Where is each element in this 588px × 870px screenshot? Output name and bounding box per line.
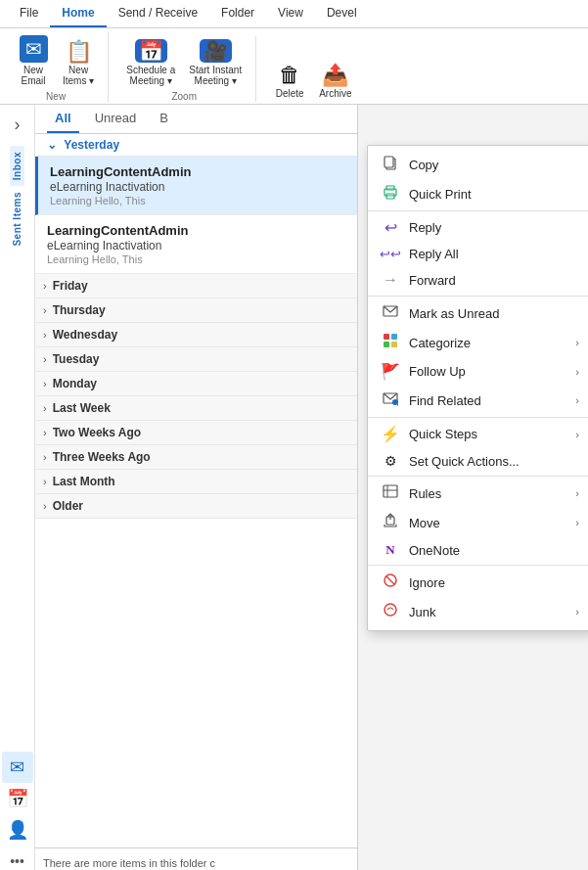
tab-b[interactable]: B — [152, 105, 176, 133]
tab-folder[interactable]: Folder — [209, 0, 266, 27]
onenote-label: OneNote — [409, 543, 579, 558]
nav-people-icon[interactable]: 👤 — [2, 814, 33, 846]
find-related-icon — [380, 390, 401, 410]
yesterday-collapse-icon[interactable]: ⌄ — [47, 138, 57, 152]
label-thursday: Thursday — [53, 303, 106, 317]
menu-item-mark-unread[interactable]: Mark as Unread — [368, 298, 588, 328]
copy-label: Copy — [409, 158, 579, 172]
svg-rect-1 — [384, 157, 393, 167]
bottom-bar: There are more items in this folder c — [35, 847, 357, 870]
forward-icon: → — [380, 271, 401, 289]
svg-line-19 — [386, 576, 394, 584]
label-two-weeks-ago: Two Weeks Ago — [53, 426, 141, 439]
menu-item-onenote[interactable]: N OneNote — [368, 537, 588, 563]
nav-more-icon[interactable]: ••• — [2, 846, 33, 870]
sidebar-tabs: All Unread B — [35, 105, 357, 134]
day-group-monday[interactable]: › Monday — [35, 372, 357, 396]
schedule-meeting-label: Schedule aMeeting ▾ — [126, 65, 175, 86]
day-group-tuesday[interactable]: › Tuesday — [35, 347, 357, 372]
day-group-older[interactable]: › Older — [35, 494, 357, 519]
categorize-arrow: › — [575, 337, 579, 348]
ignore-icon — [380, 572, 401, 592]
delete-button[interactable]: 🗑 Delete — [268, 62, 311, 102]
email-item-1[interactable]: LearningContentAdmin eLearning Inactivat… — [35, 157, 357, 215]
inbox-folder-label[interactable]: Inbox — [10, 146, 24, 186]
label-friday: Friday — [53, 279, 88, 293]
ribbon-action-buttons: 🗑 Delete 📤 Archive — [268, 62, 357, 102]
tab-file[interactable]: File — [8, 0, 50, 27]
nav-calendar-icon[interactable]: 📅 — [2, 783, 33, 814]
menu-item-categorize[interactable]: Categorize › — [368, 328, 588, 357]
archive-label: Archive — [319, 88, 351, 99]
day-group-wednesday[interactable]: › Wednesday — [35, 323, 357, 347]
junk-label: Junk — [409, 605, 571, 619]
mark-unread-label: Mark as Unread — [409, 306, 579, 321]
quick-steps-arrow: › — [575, 429, 579, 440]
sent-items-folder-label[interactable]: Sent Items — [10, 186, 24, 252]
tab-home[interactable]: Home — [50, 0, 106, 27]
svg-rect-9 — [391, 342, 397, 347]
day-group-three-weeks-ago[interactable]: › Three Weeks Ago — [35, 445, 357, 470]
day-group-friday[interactable]: › Friday — [35, 274, 357, 298]
tab-all[interactable]: All — [47, 105, 79, 133]
ribbon-tab-bar: File Home Send / Receive Folder View Dev… — [0, 0, 588, 28]
instant-meeting-button[interactable]: 🎥 Start InstantMeeting ▾ — [183, 36, 248, 89]
rules-label: Rules — [409, 486, 571, 501]
menu-item-ignore[interactable]: Ignore — [368, 568, 588, 597]
ribbon-buttons: ✉ NewEmail 📋 NewItems ▾ New 📅 Schedule a… — [0, 28, 588, 104]
tab-send-receive[interactable]: Send / Receive — [107, 0, 209, 27]
copy-icon — [380, 155, 401, 174]
new-items-button[interactable]: 📋 NewItems ▾ — [57, 38, 100, 89]
email-item-2[interactable]: LearningContentAdmin eLearning Inactivat… — [35, 215, 357, 274]
label-three-weeks-ago: Three Weeks Ago — [53, 450, 151, 464]
tab-view[interactable]: View — [266, 0, 315, 27]
left-nav: › Inbox Sent Items ✉ 📅 👤 ••• — [0, 105, 35, 870]
email-preview-2: Learning Hello, This — [47, 253, 345, 265]
nav-mail-icon[interactable]: ✉ — [2, 752, 33, 783]
quick-steps-label: Quick Steps — [409, 427, 571, 441]
day-group-last-month[interactable]: › Last Month — [35, 470, 357, 494]
menu-item-copy[interactable]: Copy — [368, 150, 588, 179]
delete-icon: 🗑 — [279, 65, 300, 86]
menu-item-quick-steps[interactable]: ⚡ Quick Steps › — [368, 420, 588, 448]
reply-label: Reply — [409, 220, 579, 235]
ribbon: File Home Send / Receive Folder View Dev… — [0, 0, 588, 105]
schedule-meeting-button[interactable]: 📅 Schedule aMeeting ▾ — [120, 36, 181, 89]
set-quick-actions-icon: ⚙ — [380, 453, 401, 469]
ribbon-group-zoom-label: Zoom — [171, 91, 197, 102]
archive-button[interactable]: 📤 Archive — [313, 62, 357, 102]
ignore-label: Ignore — [409, 575, 579, 590]
arrow-thursday: › — [43, 304, 47, 316]
arrow-tuesday: › — [43, 353, 47, 365]
delete-label: Delete — [276, 88, 304, 99]
nav-expand[interactable]: › — [2, 109, 33, 140]
arrow-two-weeks-ago: › — [43, 427, 47, 438]
day-group-thursday[interactable]: › Thursday — [35, 298, 357, 323]
menu-item-quick-print[interactable]: Quick Print — [368, 179, 588, 208]
junk-icon — [380, 602, 401, 621]
menu-item-follow-up[interactable]: 🚩 Follow Up › — [368, 357, 588, 386]
menu-divider-4 — [368, 476, 588, 477]
new-email-icon: ✉ — [20, 35, 48, 63]
ribbon-group-new-label: New — [46, 91, 66, 102]
follow-up-arrow: › — [575, 366, 579, 378]
ribbon-group-new: ✉ NewEmail 📋 NewItems ▾ New — [8, 32, 109, 102]
categorize-label: Categorize — [409, 336, 571, 350]
day-group-two-weeks-ago[interactable]: › Two Weeks Ago — [35, 421, 357, 445]
day-group-last-week[interactable]: › Last Week — [35, 396, 357, 421]
menu-item-set-quick-actions[interactable]: ⚙ Set Quick Actions... — [368, 448, 588, 474]
menu-item-move[interactable]: Move › — [368, 508, 588, 537]
new-email-button[interactable]: ✉ NewEmail — [12, 32, 55, 89]
tab-devel[interactable]: Devel — [315, 0, 369, 27]
menu-divider-1 — [368, 210, 588, 211]
tab-unread[interactable]: Unread — [87, 105, 145, 133]
archive-icon: 📤 — [322, 65, 348, 86]
menu-item-reply-all[interactable]: ↩↩ Reply All — [368, 242, 588, 266]
move-arrow: › — [575, 517, 579, 528]
yesterday-section-header: ⌄ Yesterday — [35, 134, 357, 157]
menu-item-junk[interactable]: Junk › — [368, 597, 588, 626]
menu-item-reply[interactable]: ↩ Reply — [368, 213, 588, 242]
menu-item-rules[interactable]: Rules › — [368, 479, 588, 508]
menu-item-find-related[interactable]: Find Related › — [368, 386, 588, 415]
menu-item-forward[interactable]: → Forward — [368, 266, 588, 294]
